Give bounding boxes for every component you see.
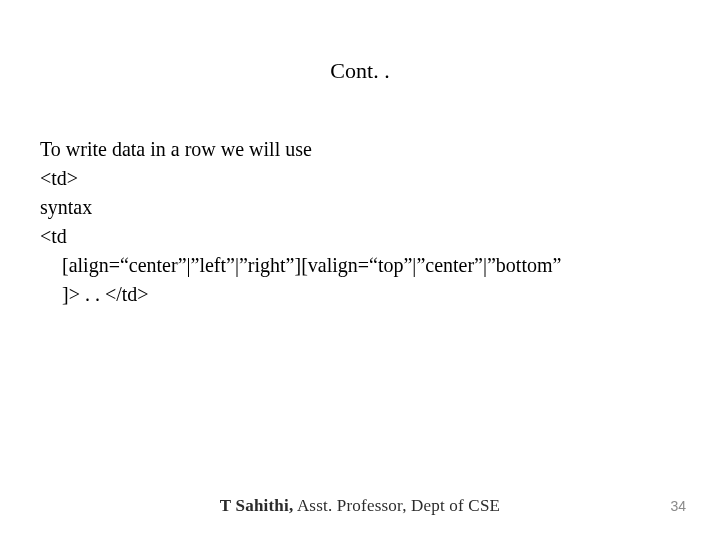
body-line-3: syntax <box>40 193 680 222</box>
page-number: 34 <box>670 498 686 514</box>
body-line-2: <td> <box>40 164 680 193</box>
footer-role: Asst. Professor, Dept of CSE <box>293 496 500 515</box>
body-line-1: To write data in a row we will use <box>40 135 680 164</box>
body-line-5: [align=“center”|”left”|”right”][valign=“… <box>40 251 680 280</box>
footer-name: T Sahithi, <box>220 496 294 515</box>
body-line-4: <td <box>40 222 680 251</box>
slide: Cont. . To write data in a row we will u… <box>0 0 720 540</box>
slide-body: To write data in a row we will use <td> … <box>40 135 680 309</box>
slide-title: Cont. . <box>0 58 720 84</box>
footer-credit: T Sahithi, Asst. Professor, Dept of CSE <box>0 496 720 516</box>
body-line-6: ]> . . </td> <box>40 280 680 309</box>
